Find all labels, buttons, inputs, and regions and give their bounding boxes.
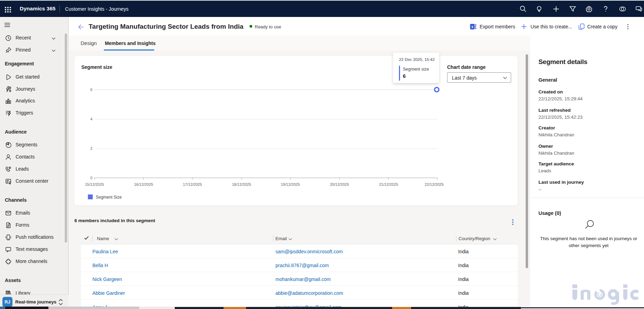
svg-text:x: x — [471, 25, 473, 29]
